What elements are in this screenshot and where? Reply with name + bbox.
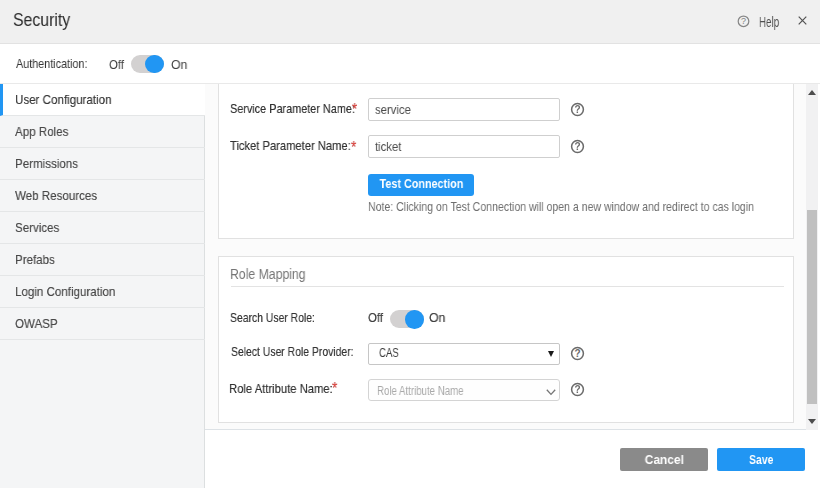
svg-text:?: ? xyxy=(575,384,581,395)
svg-text:?: ? xyxy=(574,103,580,114)
svg-text:?: ? xyxy=(574,140,580,151)
svg-text:?: ? xyxy=(575,348,581,359)
svg-text:?: ? xyxy=(741,16,746,26)
